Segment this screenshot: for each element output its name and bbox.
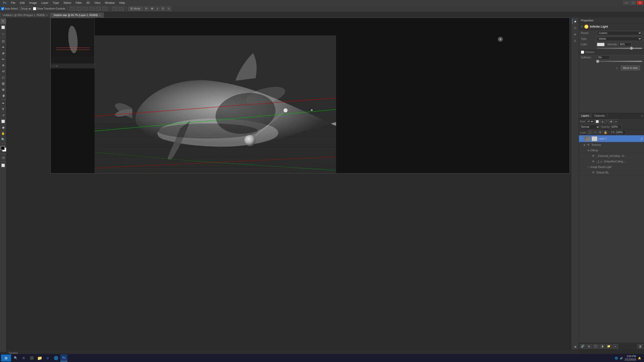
brush-tool[interactable]: ✏	[1, 57, 6, 62]
layer-item-layer1[interactable]: 👁 Layer 1 🔗	[579, 135, 644, 142]
thumbnail-expand[interactable]: □	[54, 65, 55, 67]
taskbar-chrome[interactable]: 🌐	[52, 354, 59, 361]
new-layer-btn[interactable]: +	[613, 344, 618, 349]
screen-mode-btn[interactable]: ⬜	[1, 163, 6, 168]
marquee-tool[interactable]: ⬜	[1, 25, 6, 30]
maximize-btn[interactable]: □	[631, 1, 636, 5]
layer-filter-pixel[interactable]: ⬜	[595, 119, 600, 123]
align-bottom-btn[interactable]: ⬛	[102, 7, 108, 11]
styles-panel-btn[interactable]: ★	[572, 32, 578, 37]
channels-tab[interactable]: Channels	[592, 114, 608, 118]
create-group-btn[interactable]: 📁	[606, 344, 612, 349]
layer-visibility-icon[interactable]: 👁	[580, 137, 583, 141]
align-center-v-btn[interactable]: ⬛	[96, 7, 101, 11]
color-selector[interactable]	[1, 146, 6, 151]
start-button[interactable]: ⊞	[1, 354, 11, 361]
opacity-input[interactable]	[611, 125, 621, 129]
align-top-btn[interactable]: ⬛	[89, 7, 95, 11]
hand-tool[interactable]: ✋	[1, 131, 6, 136]
show-transform-checkbox[interactable]	[33, 7, 36, 10]
3d-object-tool[interactable]: ◉	[1, 125, 6, 130]
quick-mask-btn[interactable]: ◷	[1, 155, 6, 160]
thumbnail-close[interactable]: ✕	[56, 65, 58, 67]
tab-untitled[interactable]: Untitled-1 @ 50% (Polygon 1, RGB/8) ✕	[0, 13, 51, 18]
auto-select-checkbox[interactable]	[1, 7, 4, 10]
crop-tool[interactable]: ⊡	[1, 38, 6, 44]
viewport-close-btn[interactable]: ✕	[498, 37, 503, 42]
layers-tab[interactable]: Layers	[579, 114, 592, 118]
taskbar-search[interactable]: 🔍	[12, 354, 19, 361]
menu-ps[interactable]: Ps	[1, 1, 8, 5]
shadow-checkbox[interactable]	[581, 51, 584, 54]
intensity-slider[interactable]	[597, 48, 642, 49]
rectangle-tool[interactable]: ⬜	[1, 119, 6, 124]
eraser-tool[interactable]: ◻	[1, 75, 6, 80]
layer-filter-type[interactable]: T	[605, 119, 609, 123]
menu-image[interactable]: Image	[27, 1, 39, 5]
expand-diffuse-icon[interactable]: ▶	[588, 149, 589, 152]
clone-tool[interactable]: ⊛	[1, 63, 6, 68]
3d-orbit-btn[interactable]: ↻	[144, 6, 149, 11]
3d-slide-btn[interactable]: ⇕	[160, 6, 165, 11]
text-panel-btn[interactable]: A	[572, 38, 578, 44]
intensity-input[interactable]: 90%	[619, 42, 631, 46]
add-fx-btn[interactable]: fx	[586, 344, 592, 349]
tab-delphin-close[interactable]: ✕	[99, 14, 101, 17]
distribute-h-btn[interactable]: ⬛	[112, 7, 117, 11]
menu-type[interactable]: Type	[51, 1, 61, 5]
layer-visibility-textures[interactable]: 👁	[587, 143, 590, 147]
menu-help[interactable]: Help	[117, 1, 127, 5]
lock-transparent-btn[interactable]: ⬛	[587, 130, 592, 134]
lock-position-btn[interactable]: ✥	[598, 130, 602, 134]
blur-tool[interactable]: ◍	[1, 87, 6, 92]
layer-sub-textures[interactable]: ▶ 👁 Textures	[579, 142, 644, 148]
dodge-tool[interactable]: ◑	[1, 93, 6, 98]
history-brush-tool[interactable]: ⟲	[1, 69, 6, 74]
menu-view[interactable]: View	[92, 1, 102, 5]
move-tool[interactable]: ↖	[1, 19, 6, 24]
lock-image-btn[interactable]: ✏	[593, 130, 597, 134]
3d-zoom-btn[interactable]: +	[155, 7, 159, 11]
taskbar-task-view[interactable]: ⬛	[28, 354, 35, 361]
lasso-tool[interactable]: ⌓	[1, 31, 6, 36]
foreground-color[interactable]	[1, 146, 5, 150]
properties-panel-btn[interactable]: ◈	[572, 19, 578, 24]
kind-filter-select[interactable]: All	[586, 119, 594, 123]
menu-select[interactable]: Select	[61, 1, 73, 5]
menu-filter[interactable]: Filter	[74, 1, 84, 5]
add-mask-btn[interactable]: ☐	[593, 344, 598, 349]
taskbar-file-explorer[interactable]: 📁	[36, 354, 43, 361]
softness-slider[interactable]	[597, 61, 642, 62]
taskbar-notification-icon[interactable]: 🔔	[638, 357, 641, 359]
menu-layer[interactable]: Layer	[39, 1, 51, 5]
3d-pan-btn[interactable]: ✥	[150, 6, 154, 11]
gradient-tool[interactable]: ▤	[1, 81, 6, 86]
move-to-view-btn[interactable]: Move to view	[621, 66, 640, 70]
eyedropper-tool[interactable]: ✒	[1, 44, 6, 50]
pen-tool[interactable]: ✒	[1, 101, 6, 106]
layer-visibility-charcoal[interactable]: 👁	[592, 154, 595, 158]
softness-input[interactable]: 0%	[597, 56, 610, 59]
taskbar-cortana[interactable]: ⊙	[20, 354, 27, 361]
healing-tool[interactable]: ⊕	[1, 51, 6, 56]
taskbar-photoshop[interactable]: Ps	[60, 354, 67, 361]
panel-collapse-btn[interactable]: ◀	[572, 344, 578, 349]
blend-mode-select[interactable]: Normal	[580, 125, 600, 129]
minimize-btn[interactable]: —	[623, 1, 630, 5]
layer-visibility-1c[interactable]: 👁	[592, 160, 595, 163]
expand-ibl-icon[interactable]: ▷	[588, 166, 589, 168]
distribute-v-btn[interactable]: ⬛	[118, 7, 124, 11]
layer-sub-diffuse[interactable]: ▶ Diffuse	[579, 148, 644, 153]
layer-visibility-default-ibl[interactable]: 👁	[592, 171, 595, 174]
menu-3d[interactable]: 3D	[84, 1, 92, 5]
color-swatch[interactable]	[597, 43, 605, 46]
tab-untitled-close[interactable]: ✕	[46, 14, 48, 17]
tab-delphin[interactable]: Delphin.dae @ 66.7% (Layer 1, RGB/8) ✕	[51, 13, 104, 18]
light-sphere[interactable]	[244, 135, 255, 146]
layer-filter-smart[interactable]: ★	[614, 119, 618, 123]
fill-input[interactable]	[616, 130, 626, 135]
path-selection-tool[interactable]: ↗	[1, 113, 6, 118]
align-left-btn[interactable]: ⬛	[69, 7, 75, 11]
type-tool[interactable]: T	[1, 107, 6, 112]
layer-sub-charcoal[interactable]: 👁 _Charcoal_noCulling - D...	[579, 153, 644, 159]
